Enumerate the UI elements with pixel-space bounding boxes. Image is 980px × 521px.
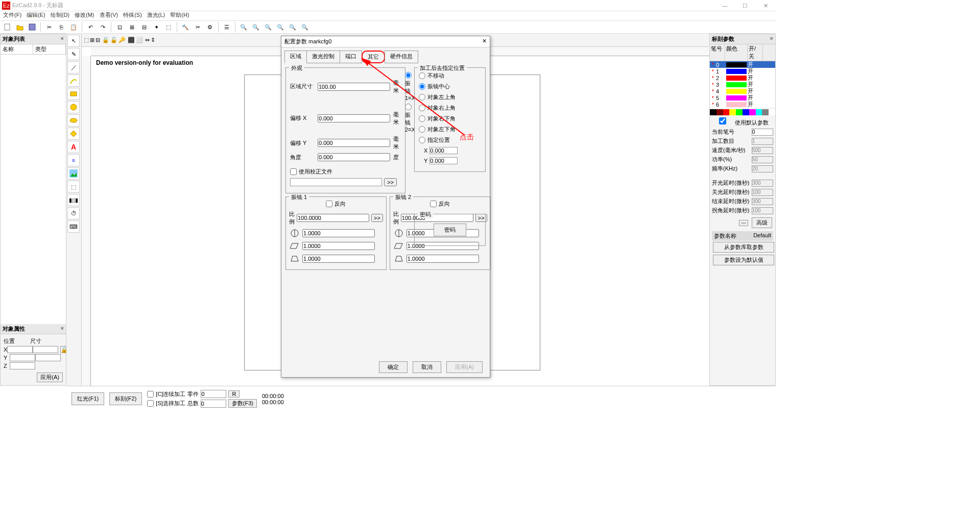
dialog-close-icon[interactable]: ✕	[482, 38, 487, 45]
cancel-button[interactable]: 取消	[413, 361, 441, 373]
current-pen-input[interactable]	[752, 129, 773, 136]
total-count-input[interactable]	[201, 400, 226, 408]
close-props-icon[interactable]: ×	[61, 325, 64, 333]
galvo2-reverse-checkbox[interactable]	[430, 201, 437, 207]
zoom-window-icon[interactable]: 🔍	[275, 21, 286, 33]
tb2-unlock-icon[interactable]: 🔓	[110, 37, 117, 43]
zoom-out-icon[interactable]: 🔍	[262, 21, 274, 33]
menu-view[interactable]: 查看(V)	[100, 11, 118, 20]
new-icon[interactable]	[2, 21, 13, 33]
tool-b-icon[interactable]: ⊞	[126, 21, 137, 33]
galvo1-ratio-input[interactable]	[297, 214, 369, 222]
settings-icon[interactable]: ⚙	[204, 21, 216, 33]
galvo1-reverse-checkbox[interactable]	[326, 201, 332, 207]
cut-icon[interactable]: ✂	[43, 21, 55, 33]
corner-delay-input[interactable]	[752, 207, 773, 214]
tab-port[interactable]: 端口	[340, 51, 362, 63]
node-icon[interactable]: ✎	[67, 48, 80, 60]
hammer-icon[interactable]: 🔨	[180, 21, 191, 33]
speed-input[interactable]	[752, 147, 773, 154]
pen-row[interactable]: *4开	[710, 88, 775, 94]
pos-z-input[interactable]	[10, 362, 35, 369]
pos-x-input[interactable]	[7, 346, 33, 353]
zoom-fit-icon[interactable]: 🔍	[238, 21, 249, 33]
tool-d-icon[interactable]: ✦	[151, 21, 162, 33]
apply-props-button[interactable]: 应用(A)	[37, 373, 63, 382]
pen-row[interactable]: *0开	[710, 61, 775, 68]
menu-edit[interactable]: 编辑(E)	[27, 11, 45, 20]
zoom-in-icon[interactable]: 🔍	[250, 21, 261, 33]
palette-swatch[interactable]	[743, 109, 749, 115]
goto-radio-3[interactable]	[419, 105, 425, 111]
palette-swatch[interactable]	[769, 109, 775, 115]
galvo1-v3-input[interactable]	[302, 255, 375, 263]
vector-icon[interactable]: ⬚	[67, 181, 80, 193]
input-icon[interactable]: ⌨	[67, 220, 80, 233]
copy-icon[interactable]: ⎘	[56, 21, 67, 33]
save-icon[interactable]	[27, 21, 38, 33]
close-panel-icon[interactable]: ×	[61, 35, 64, 43]
polygon-icon[interactable]	[67, 128, 80, 140]
galvo2x-radio[interactable]	[405, 104, 412, 110]
tab-hardware[interactable]: 硬件信息	[385, 51, 418, 63]
zoom-all-icon[interactable]: 🔍	[299, 21, 310, 33]
tb2-group-icon[interactable]: ⬛	[128, 37, 135, 43]
menu-laser[interactable]: 激光(L)	[147, 11, 165, 20]
ok-button[interactable]: 确定	[379, 361, 408, 373]
red-light-button[interactable]: 红光(F1)	[71, 392, 104, 405]
r-button[interactable]: R	[228, 390, 240, 398]
use-cal-checkbox[interactable]	[290, 168, 297, 175]
circle-icon[interactable]	[67, 101, 80, 113]
pen-row[interactable]: *6开	[710, 101, 775, 108]
tb2-1-icon[interactable]: ⬚	[84, 37, 89, 43]
palette-swatch[interactable]	[762, 109, 769, 115]
barcode-icon[interactable]: ▮▯▮	[67, 194, 80, 206]
advanced-button[interactable]: 高级	[752, 217, 772, 228]
tb2-key-icon[interactable]: 🔑	[118, 37, 126, 43]
off-delay-input[interactable]	[752, 189, 773, 196]
tab-other[interactable]: 其它	[362, 51, 385, 63]
line-icon[interactable]: ／	[67, 61, 80, 73]
tb2-flipv-icon[interactable]: ⇕	[151, 37, 155, 43]
minimize-button[interactable]: —	[714, 0, 735, 11]
tool-e-icon[interactable]: ⬚	[163, 21, 174, 33]
tb2-lock-icon[interactable]: 🔒	[102, 37, 109, 43]
pen-row[interactable]: *1开	[710, 68, 775, 75]
load-params-button[interactable]: 从参数库取参数	[713, 242, 774, 253]
menu-modify[interactable]: 修改(M)	[75, 11, 94, 20]
area-size-input[interactable]	[318, 83, 390, 91]
palette-swatch[interactable]	[756, 109, 762, 115]
galvo1-v1-input[interactable]	[302, 229, 375, 237]
angle-input[interactable]	[318, 153, 390, 161]
tool-a-icon[interactable]: ⊡	[114, 21, 125, 33]
redo-icon[interactable]: ↷	[97, 21, 108, 33]
tb2-3-icon[interactable]: ⊟	[95, 37, 100, 43]
goto-radio-2[interactable]	[419, 94, 425, 101]
mark-button[interactable]: 标刻(F2)	[109, 392, 142, 405]
tb2-2-icon[interactable]: ⊞	[90, 37, 94, 43]
palette-swatch[interactable]	[716, 109, 723, 115]
select-icon[interactable]: ↖	[67, 35, 80, 47]
timer-icon[interactable]: ⏱	[67, 207, 80, 219]
palette-swatch[interactable]	[736, 109, 743, 115]
end-delay-input[interactable]	[752, 198, 773, 205]
offset-y-input[interactable]	[318, 139, 390, 147]
browse-cal-button[interactable]: >>	[384, 178, 397, 186]
galvo1-v2-input[interactable]	[302, 242, 375, 250]
open-icon[interactable]	[14, 21, 26, 33]
galvo2-v3-input[interactable]	[407, 255, 479, 263]
palette-swatch[interactable]	[749, 109, 756, 115]
select-checkbox[interactable]	[147, 400, 154, 407]
rect-icon[interactable]	[67, 88, 80, 100]
apply-dialog-button[interactable]: 应用(A)	[446, 361, 483, 373]
image-icon[interactable]	[67, 167, 80, 180]
close-button[interactable]: ✕	[755, 0, 776, 11]
cal-file-input[interactable]	[290, 178, 382, 186]
pos-y-input[interactable]	[10, 354, 35, 361]
paste-icon[interactable]: 📋	[68, 21, 79, 33]
maximize-button[interactable]: ☐	[735, 0, 755, 11]
tb2-ungroup-icon[interactable]: ⬜	[136, 37, 143, 43]
curve-icon[interactable]	[67, 75, 80, 87]
pen-row[interactable]: *5开	[710, 94, 775, 101]
offset-x-input[interactable]	[318, 114, 390, 122]
